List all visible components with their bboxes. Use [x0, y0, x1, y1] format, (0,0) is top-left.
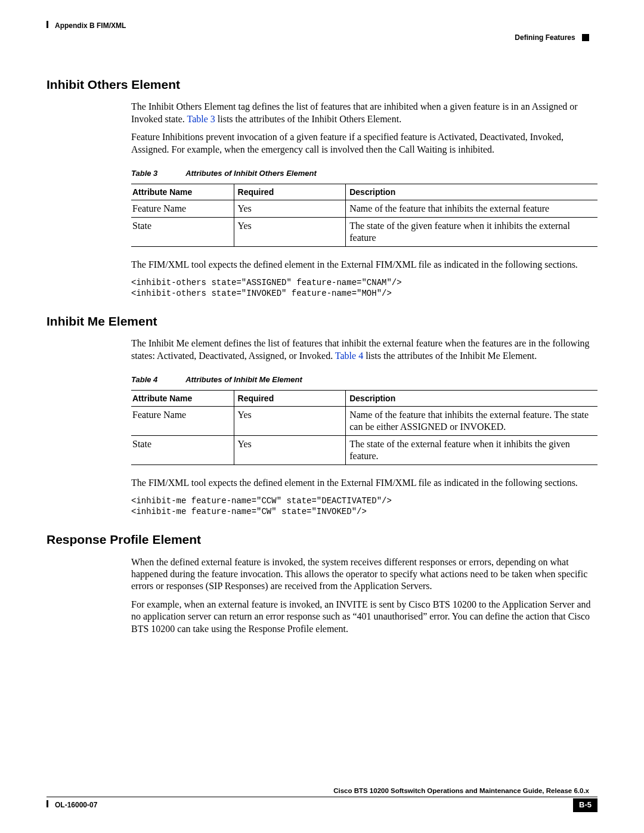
- cell: Feature Name: [131, 200, 234, 218]
- paragraph: The Inhibit Me element defines the list …: [131, 337, 597, 362]
- header-right-text: Defining Features: [515, 33, 575, 42]
- table-caption-label: Table 3: [131, 169, 184, 179]
- cell: State: [131, 436, 234, 465]
- table-row: Feature Name Yes Name of the feature tha…: [131, 407, 597, 436]
- footer-left-bar: [47, 800, 48, 807]
- cell: Yes: [234, 200, 346, 218]
- page-footer: Cisco BTS 10200 Softswitch Operations an…: [47, 786, 597, 813]
- text: lists the attributes of the Inhibit Othe…: [215, 114, 401, 124]
- footer-page-number: B-5: [573, 798, 597, 812]
- cell: State: [131, 218, 234, 247]
- paragraph: The Inhibit Others Element tag defines t…: [131, 101, 597, 125]
- th-attribute-name: Attribute Name: [131, 391, 234, 407]
- section-title-response-profile: Response Profile Element: [47, 531, 597, 547]
- footer-doc-title: Cisco BTS 10200 Softswitch Operations an…: [47, 786, 597, 795]
- section-body-response-profile: When the defined external feature is inv…: [131, 556, 597, 636]
- text: lists the attributes of the Inhibit Me E…: [363, 351, 537, 361]
- paragraph: The FIM/XML tool expects the defined ele…: [131, 477, 597, 489]
- header-right-box-icon: [582, 34, 589, 41]
- code-block-inhibit-me: <inhibit-me feature-name="CCW" state="DE…: [131, 496, 597, 517]
- th-required: Required: [234, 391, 346, 407]
- th-attribute-name: Attribute Name: [131, 184, 234, 200]
- section-title-inhibit-others: Inhibit Others Element: [47, 76, 597, 92]
- content: Inhibit Others Element The Inhibit Other…: [47, 44, 597, 635]
- xref-table-4[interactable]: Table 4: [335, 351, 363, 361]
- table-caption-title: Attributes of Inhibit Me Element: [185, 375, 302, 384]
- table-3: Attribute Name Required Description Feat…: [131, 184, 597, 247]
- table-header-row: Attribute Name Required Description: [131, 184, 597, 200]
- xref-table-3[interactable]: Table 3: [187, 114, 215, 124]
- table-caption-label: Table 4: [131, 375, 184, 385]
- table-row: Feature Name Yes Name of the feature tha…: [131, 200, 597, 218]
- th-required: Required: [234, 184, 346, 200]
- cell: Yes: [234, 407, 346, 436]
- section-body-inhibit-me: The Inhibit Me element defines the list …: [131, 337, 597, 517]
- cell: Feature Name: [131, 407, 234, 436]
- page-header: Appendix B FIM/XML Defining Features: [47, 20, 597, 44]
- cell: The state of the given feature when it i…: [346, 218, 597, 247]
- paragraph: For example, when an external feature is…: [131, 599, 597, 635]
- paragraph: When the defined external feature is inv…: [131, 556, 597, 593]
- footer-row: OL-16000-07 B-5: [47, 800, 597, 813]
- section-title-inhibit-me: Inhibit Me Element: [47, 313, 597, 329]
- cell: Name of the feature that inhibits the ex…: [346, 200, 597, 218]
- section-body-inhibit-others: The Inhibit Others Element tag defines t…: [131, 101, 597, 299]
- cell: Yes: [234, 218, 346, 247]
- footer-rule: [47, 797, 597, 797]
- header-section-label: Defining Features: [515, 33, 589, 43]
- table-3-caption: Table 3 Attributes of Inhibit Others Ele…: [131, 169, 597, 179]
- table-header-row: Attribute Name Required Description: [131, 391, 597, 407]
- cell: Yes: [234, 436, 346, 465]
- th-description: Description: [346, 184, 597, 200]
- table-caption-title: Attributes of Inhibit Others Element: [185, 169, 317, 178]
- header-appendix-label: Appendix B FIM/XML: [55, 21, 126, 31]
- cell: The state of the external feature when i…: [346, 436, 597, 465]
- table-4-caption: Table 4 Attributes of Inhibit Me Element: [131, 375, 597, 385]
- table-4: Attribute Name Required Description Feat…: [131, 390, 597, 465]
- paragraph: Feature Inhibitions prevent invocation o…: [131, 131, 597, 156]
- table-row: State Yes The state of the given feature…: [131, 218, 597, 247]
- page: Appendix B FIM/XML Defining Features Inh…: [0, 0, 644, 833]
- paragraph: The FIM/XML tool expects the defined ele…: [131, 259, 597, 271]
- cell: Name of the feature that inhibits the ex…: [346, 407, 597, 436]
- code-block-inhibit-others: <inhibit-others state="ASSIGNED" feature…: [131, 277, 597, 299]
- table-row: State Yes The state of the external feat…: [131, 436, 597, 465]
- footer-doc-id: OL-16000-07: [55, 801, 97, 810]
- th-description: Description: [346, 391, 597, 407]
- header-left-bar: [47, 21, 48, 28]
